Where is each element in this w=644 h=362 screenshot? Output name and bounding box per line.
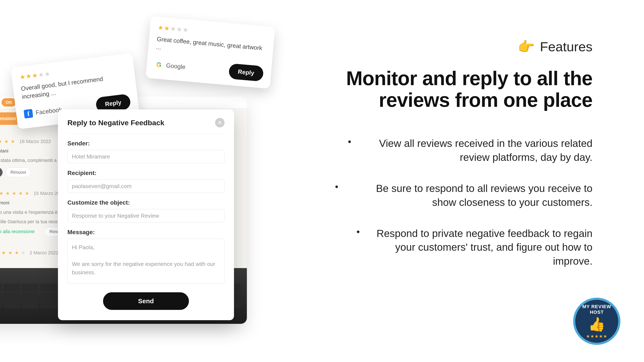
replied-link[interactable]: risposto alla recensione: [0, 229, 34, 234]
message-label: Message:: [68, 229, 224, 236]
review-date: 16 Marzo 2022: [19, 139, 51, 144]
remove-button[interactable]: Rimuovi: [6, 167, 31, 177]
sender-label: Sender:: [68, 140, 224, 147]
reply-button[interactable]: Reply: [228, 63, 264, 82]
source-google: G Google: [154, 60, 186, 71]
page-headline: Monitor and reply to all the reviews fro…: [335, 67, 592, 111]
facebook-icon: f: [24, 109, 33, 119]
star-rating-icon: ★ ★ ★ ★ ★: [0, 250, 26, 256]
google-icon: G: [154, 60, 163, 69]
object-label: Customize the object:: [68, 199, 224, 206]
close-icon[interactable]: ✕: [215, 118, 224, 127]
brand-logo-badge: MY REVIEW HOST 👍 ★★★★★: [573, 298, 620, 345]
recipient-input[interactable]: paolaseveri@gmail.com: [68, 179, 224, 193]
features-heading: 👉Features: [335, 39, 592, 55]
thumbs-up-icon: 👍: [588, 316, 605, 333]
feature-bullets: View all reviews received in the various…: [335, 137, 592, 268]
message-textarea[interactable]: Hi Paola, We are sorry for the negative …: [68, 239, 224, 284]
toolbar-pill[interactable]: Ott: [2, 98, 16, 107]
bullet-item: View all reviews received in the various…: [335, 137, 592, 164]
recipient-label: Recipient:: [68, 170, 224, 176]
pointing-hand-icon: 👉: [518, 39, 535, 54]
star-rating-icon: ★ ★ ★ ★ ★: [0, 139, 16, 144]
send-button[interactable]: Send: [103, 292, 189, 310]
sender-input[interactable]: Hotel Miramare: [68, 150, 224, 163]
object-input[interactable]: Response to your Negative Review: [68, 209, 224, 222]
star-rating-icon: ★ ★ ★ ★ ★: [0, 191, 30, 196]
logo-text: MY REVIEW HOST: [575, 304, 618, 315]
source-label: Google: [166, 62, 186, 70]
reply-modal: Reply to Negative Feedback ✕ Sender: Hot…: [58, 109, 234, 320]
review-card-google: ★★★★★ Great coffee, great music, great a…: [146, 16, 275, 89]
features-label: Features: [540, 39, 592, 54]
modal-title: Reply to Negative Feedback: [68, 119, 164, 127]
bullet-item: Be sure to respond to all reviews you re…: [335, 182, 592, 210]
source-facebook: f Facebook: [24, 105, 62, 118]
mockup-stage: ma Ott Recensioni ★ ★ ★ ★ ★ 16 Marzo 202…: [0, 0, 290, 362]
logo-stars: ★★★★★: [586, 334, 608, 339]
bullet-item: Respond to private negative feedback to …: [335, 227, 592, 268]
review-date: 2 Marzo 2022: [30, 250, 58, 256]
features-column: 👉Features Monitor and reply to all the r…: [335, 39, 592, 286]
respond-button[interactable]: ondi: [0, 167, 2, 177]
